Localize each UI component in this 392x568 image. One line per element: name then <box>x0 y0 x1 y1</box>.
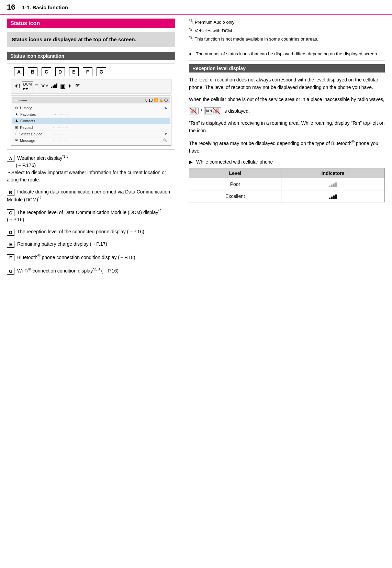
list-item: ✉ Message ········· 🔍 <box>12 137 170 144</box>
dcm-label-icon: DCM <box>41 84 48 88</box>
list-icon-select-device: □ <box>15 132 17 136</box>
svg-rect-2 <box>54 85 56 88</box>
note-text: The number of status icons that can be d… <box>196 51 378 57</box>
slash-separator: / <box>201 107 202 115</box>
reception-para2: When the cellular phone is out of the se… <box>189 96 385 103</box>
info-box: Status icons are displayed at the top of… <box>7 32 175 47</box>
icon-label-B: B <box>28 67 37 76</box>
item-A: A Weather alert display*1,3 (→P.176) • S… <box>7 154 175 184</box>
letter-box-B: B <box>7 189 14 196</box>
dcm-crossed-signal-icon: DCM <box>204 107 221 115</box>
item-B: B Indicate during data communication per… <box>7 188 175 203</box>
reception-heading: Reception level display <box>189 64 385 73</box>
list-dots: ········· <box>52 132 163 136</box>
footnote-2: *2: Vehicles with DCM <box>189 27 385 34</box>
list-item: ⊞ Keypad ········· <box>12 124 170 131</box>
list-label-favorites: Favorites <box>20 112 51 116</box>
list-item: ★ Favorites ········· <box>12 111 170 118</box>
item-E-text: Remaining battery charge display (→P.17) <box>17 241 107 247</box>
list-item: □ Select Device ········· ∨ <box>12 131 170 137</box>
list-label-select-device: Select Device <box>19 132 50 136</box>
item-G-text: Wi-Fi® connection condition display*2, 3… <box>17 268 119 274</box>
wifi-icon <box>74 83 81 90</box>
sup-G: *2, 3 <box>93 267 100 271</box>
item-E: E Remaining battery charge display (→P.1… <box>7 241 175 248</box>
level-excellent: Excellent <box>189 190 281 202</box>
item-D-text: The reception level of the connected pho… <box>17 229 144 234</box>
icon-labels-row: A B C D E F G <box>11 67 171 76</box>
crossed-signal-icon <box>189 108 199 114</box>
list-icon-message: ✉ <box>15 138 18 142</box>
list-chevron: ∧ <box>165 106 167 110</box>
page-number: 16 <box>7 3 15 12</box>
screen-status-icons: 📶 🔒 ⓘ <box>154 98 168 103</box>
reception-para3: "Rm" is displayed when receiving in a ro… <box>189 119 385 135</box>
level-table: Level Indicators Poor <box>189 168 385 202</box>
table-row-excellent: Excellent <box>189 190 385 202</box>
level-poor: Poor <box>189 178 281 190</box>
list-dots: ········· <box>53 112 167 116</box>
icon-symbols-row: ☀! DCM⇄⇄ ≡ DCM ▣ ✦ <box>11 79 171 93</box>
list-dots: ········· <box>53 119 167 123</box>
icon-label-A: A <box>14 67 24 76</box>
lines-icon: ≡ <box>35 82 39 90</box>
svg-rect-9 <box>213 111 214 113</box>
explanation-heading: Status icon explanation <box>7 52 175 60</box>
icon-label-C: C <box>42 67 51 76</box>
list-item: ♟ Contacts ········· <box>12 118 170 124</box>
screen-top-bar: ············ 8:18 📶 🔒 ⓘ <box>12 97 170 103</box>
letter-box-D: D <box>7 229 14 236</box>
item-C-text: The reception level of Data Communicatio… <box>7 210 161 222</box>
list-label-message: Message <box>20 138 51 143</box>
letter-box-F: F <box>7 254 14 261</box>
item-A-text: Weather alert display*1,3 <box>17 155 68 161</box>
icon-label-E: E <box>69 67 79 76</box>
triangle-bullet-icon: ▶ <box>189 159 193 165</box>
list-label-keypad: Keypad <box>20 125 51 130</box>
list-item: ⊙ History ········· ∧ <box>12 105 170 111</box>
battery-icon: ▣ <box>60 83 65 89</box>
indicator-poor <box>281 178 384 190</box>
item-F-text: Bluetooth® phone connection condition di… <box>17 255 135 260</box>
list-search-icon: 🔍 <box>163 138 167 142</box>
bullet-dot: ● <box>189 51 193 57</box>
signal-bars-icon <box>51 83 58 90</box>
item-D: D The reception level of the connected p… <box>7 228 175 235</box>
icon-label-D: D <box>55 67 65 76</box>
letter-box-C: C <box>7 209 14 216</box>
reception-para1: The level of reception does not always c… <box>189 76 385 91</box>
svg-rect-5 <box>192 110 193 113</box>
dcm-icon: DCM⇄⇄ <box>22 81 33 91</box>
letter-box-E: E <box>7 241 14 248</box>
item-G: G Wi-Fi® connection condition display*2,… <box>7 266 175 275</box>
divider2 <box>189 60 385 61</box>
icon-label-F: F <box>83 67 92 76</box>
item-A-link: (→P.176) <box>7 163 36 168</box>
list-icon-keypad: ⊞ <box>15 125 18 129</box>
svg-rect-4 <box>191 111 192 113</box>
screen-time: ············ <box>14 98 27 102</box>
icon-diagram: A B C D E F G ☀! DCM⇄⇄ ≡ DCM <box>7 64 175 149</box>
svg-rect-3 <box>56 83 57 88</box>
letter-box-G: G <box>7 268 14 275</box>
screen-time-value: 8:18 <box>145 98 153 102</box>
divider <box>189 47 385 47</box>
sup-C: *2 <box>158 209 161 213</box>
is-displayed-text: is displayed. <box>223 107 250 115</box>
status-icon-heading: Status icon <box>7 19 175 28</box>
footnote-3: *3: This function is not made available … <box>189 35 385 43</box>
page-header: 16 1-1. Basic function <box>0 0 392 15</box>
footnote-section: *1: Premium Audio only *2: Vehicles with… <box>189 19 385 43</box>
note-bullet: ● The number of status icons that can be… <box>189 51 385 57</box>
list-dots: ········· <box>53 125 167 130</box>
list-icon-favorites: ★ <box>15 112 18 116</box>
connected-bullet: ▶ While connected with cellular phone <box>189 159 385 165</box>
svg-rect-1 <box>53 86 54 88</box>
level-header: Level <box>189 168 281 178</box>
item-C: C The reception level of Data Communicat… <box>7 208 175 223</box>
item-B-text: Indicate during data communication perfo… <box>7 189 170 202</box>
sup-B: *2 <box>38 197 41 200</box>
table-row-poor: Poor <box>189 178 385 190</box>
indicators-header: Indicators <box>281 168 384 178</box>
item-F: F Bluetooth® phone connection condition … <box>7 253 175 261</box>
